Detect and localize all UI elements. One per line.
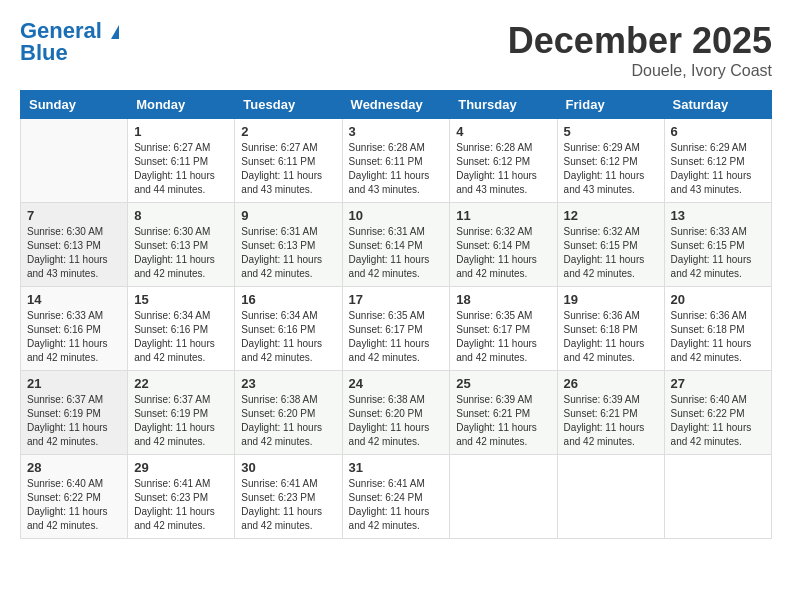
calendar-cell: 17Sunrise: 6:35 AM Sunset: 6:17 PM Dayli…: [342, 287, 450, 371]
day-number: 21: [27, 376, 121, 391]
day-number: 15: [134, 292, 228, 307]
day-number: 28: [27, 460, 121, 475]
title-area: December 2025 Douele, Ivory Coast: [508, 20, 772, 80]
day-info: Sunrise: 6:38 AM Sunset: 6:20 PM Dayligh…: [349, 393, 444, 449]
weekday-header-friday: Friday: [557, 91, 664, 119]
page-header: General Blue December 2025 Douele, Ivory…: [20, 20, 772, 80]
day-info: Sunrise: 6:38 AM Sunset: 6:20 PM Dayligh…: [241, 393, 335, 449]
day-info: Sunrise: 6:39 AM Sunset: 6:21 PM Dayligh…: [456, 393, 550, 449]
day-info: Sunrise: 6:39 AM Sunset: 6:21 PM Dayligh…: [564, 393, 658, 449]
day-info: Sunrise: 6:41 AM Sunset: 6:23 PM Dayligh…: [134, 477, 228, 533]
calendar-cell: 24Sunrise: 6:38 AM Sunset: 6:20 PM Dayli…: [342, 371, 450, 455]
calendar-cell: 23Sunrise: 6:38 AM Sunset: 6:20 PM Dayli…: [235, 371, 342, 455]
calendar-cell: 3Sunrise: 6:28 AM Sunset: 6:11 PM Daylig…: [342, 119, 450, 203]
day-number: 19: [564, 292, 658, 307]
day-info: Sunrise: 6:34 AM Sunset: 6:16 PM Dayligh…: [134, 309, 228, 365]
day-number: 25: [456, 376, 550, 391]
calendar-cell: [557, 455, 664, 539]
calendar-cell: 14Sunrise: 6:33 AM Sunset: 6:16 PM Dayli…: [21, 287, 128, 371]
day-info: Sunrise: 6:41 AM Sunset: 6:24 PM Dayligh…: [349, 477, 444, 533]
day-number: 20: [671, 292, 765, 307]
day-info: Sunrise: 6:27 AM Sunset: 6:11 PM Dayligh…: [134, 141, 228, 197]
day-info: Sunrise: 6:33 AM Sunset: 6:16 PM Dayligh…: [27, 309, 121, 365]
calendar-cell: 6Sunrise: 6:29 AM Sunset: 6:12 PM Daylig…: [664, 119, 771, 203]
day-info: Sunrise: 6:41 AM Sunset: 6:23 PM Dayligh…: [241, 477, 335, 533]
calendar-week-row-2: 7Sunrise: 6:30 AM Sunset: 6:13 PM Daylig…: [21, 203, 772, 287]
day-number: 24: [349, 376, 444, 391]
day-number: 7: [27, 208, 121, 223]
calendar-cell: 9Sunrise: 6:31 AM Sunset: 6:13 PM Daylig…: [235, 203, 342, 287]
calendar-cell: 5Sunrise: 6:29 AM Sunset: 6:12 PM Daylig…: [557, 119, 664, 203]
day-number: 3: [349, 124, 444, 139]
day-info: Sunrise: 6:29 AM Sunset: 6:12 PM Dayligh…: [564, 141, 658, 197]
day-info: Sunrise: 6:32 AM Sunset: 6:15 PM Dayligh…: [564, 225, 658, 281]
calendar-cell: 25Sunrise: 6:39 AM Sunset: 6:21 PM Dayli…: [450, 371, 557, 455]
day-number: 23: [241, 376, 335, 391]
calendar-cell: 1Sunrise: 6:27 AM Sunset: 6:11 PM Daylig…: [128, 119, 235, 203]
day-info: Sunrise: 6:30 AM Sunset: 6:13 PM Dayligh…: [27, 225, 121, 281]
calendar-cell: 15Sunrise: 6:34 AM Sunset: 6:16 PM Dayli…: [128, 287, 235, 371]
calendar-table: SundayMondayTuesdayWednesdayThursdayFrid…: [20, 90, 772, 539]
logo: General Blue: [20, 20, 119, 64]
day-number: 30: [241, 460, 335, 475]
day-info: Sunrise: 6:28 AM Sunset: 6:12 PM Dayligh…: [456, 141, 550, 197]
day-number: 6: [671, 124, 765, 139]
weekday-header-wednesday: Wednesday: [342, 91, 450, 119]
day-number: 12: [564, 208, 658, 223]
weekday-header-saturday: Saturday: [664, 91, 771, 119]
calendar-week-row-5: 28Sunrise: 6:40 AM Sunset: 6:22 PM Dayli…: [21, 455, 772, 539]
day-number: 1: [134, 124, 228, 139]
calendar-cell: 27Sunrise: 6:40 AM Sunset: 6:22 PM Dayli…: [664, 371, 771, 455]
day-info: Sunrise: 6:40 AM Sunset: 6:22 PM Dayligh…: [27, 477, 121, 533]
day-number: 14: [27, 292, 121, 307]
calendar-cell: 22Sunrise: 6:37 AM Sunset: 6:19 PM Dayli…: [128, 371, 235, 455]
day-number: 2: [241, 124, 335, 139]
logo-general-text: General: [20, 20, 119, 42]
day-number: 22: [134, 376, 228, 391]
weekday-header-monday: Monday: [128, 91, 235, 119]
location-title: Douele, Ivory Coast: [508, 62, 772, 80]
calendar-cell: 7Sunrise: 6:30 AM Sunset: 6:13 PM Daylig…: [21, 203, 128, 287]
month-title: December 2025: [508, 20, 772, 62]
calendar-cell: 10Sunrise: 6:31 AM Sunset: 6:14 PM Dayli…: [342, 203, 450, 287]
day-info: Sunrise: 6:35 AM Sunset: 6:17 PM Dayligh…: [349, 309, 444, 365]
calendar-cell: 19Sunrise: 6:36 AM Sunset: 6:18 PM Dayli…: [557, 287, 664, 371]
day-info: Sunrise: 6:32 AM Sunset: 6:14 PM Dayligh…: [456, 225, 550, 281]
calendar-cell: 20Sunrise: 6:36 AM Sunset: 6:18 PM Dayli…: [664, 287, 771, 371]
calendar-cell: 26Sunrise: 6:39 AM Sunset: 6:21 PM Dayli…: [557, 371, 664, 455]
calendar-week-row-1: 1Sunrise: 6:27 AM Sunset: 6:11 PM Daylig…: [21, 119, 772, 203]
day-number: 13: [671, 208, 765, 223]
day-info: Sunrise: 6:29 AM Sunset: 6:12 PM Dayligh…: [671, 141, 765, 197]
day-number: 8: [134, 208, 228, 223]
weekday-header-thursday: Thursday: [450, 91, 557, 119]
day-info: Sunrise: 6:28 AM Sunset: 6:11 PM Dayligh…: [349, 141, 444, 197]
calendar-cell: 12Sunrise: 6:32 AM Sunset: 6:15 PM Dayli…: [557, 203, 664, 287]
day-info: Sunrise: 6:31 AM Sunset: 6:13 PM Dayligh…: [241, 225, 335, 281]
calendar-cell: 13Sunrise: 6:33 AM Sunset: 6:15 PM Dayli…: [664, 203, 771, 287]
weekday-header-sunday: Sunday: [21, 91, 128, 119]
day-number: 10: [349, 208, 444, 223]
calendar-cell: 21Sunrise: 6:37 AM Sunset: 6:19 PM Dayli…: [21, 371, 128, 455]
day-number: 4: [456, 124, 550, 139]
logo-blue-text: Blue: [20, 42, 68, 64]
day-info: Sunrise: 6:34 AM Sunset: 6:16 PM Dayligh…: [241, 309, 335, 365]
calendar-cell: 11Sunrise: 6:32 AM Sunset: 6:14 PM Dayli…: [450, 203, 557, 287]
calendar-cell: 30Sunrise: 6:41 AM Sunset: 6:23 PM Dayli…: [235, 455, 342, 539]
day-info: Sunrise: 6:31 AM Sunset: 6:14 PM Dayligh…: [349, 225, 444, 281]
weekday-header-tuesday: Tuesday: [235, 91, 342, 119]
day-info: Sunrise: 6:37 AM Sunset: 6:19 PM Dayligh…: [134, 393, 228, 449]
calendar-cell: 31Sunrise: 6:41 AM Sunset: 6:24 PM Dayli…: [342, 455, 450, 539]
calendar-cell: 8Sunrise: 6:30 AM Sunset: 6:13 PM Daylig…: [128, 203, 235, 287]
day-number: 31: [349, 460, 444, 475]
day-number: 27: [671, 376, 765, 391]
calendar-cell: [450, 455, 557, 539]
day-info: Sunrise: 6:40 AM Sunset: 6:22 PM Dayligh…: [671, 393, 765, 449]
day-info: Sunrise: 6:33 AM Sunset: 6:15 PM Dayligh…: [671, 225, 765, 281]
day-info: Sunrise: 6:36 AM Sunset: 6:18 PM Dayligh…: [671, 309, 765, 365]
calendar-cell: 2Sunrise: 6:27 AM Sunset: 6:11 PM Daylig…: [235, 119, 342, 203]
calendar-cell: 16Sunrise: 6:34 AM Sunset: 6:16 PM Dayli…: [235, 287, 342, 371]
day-number: 17: [349, 292, 444, 307]
weekday-header-row: SundayMondayTuesdayWednesdayThursdayFrid…: [21, 91, 772, 119]
day-number: 5: [564, 124, 658, 139]
calendar-cell: 29Sunrise: 6:41 AM Sunset: 6:23 PM Dayli…: [128, 455, 235, 539]
